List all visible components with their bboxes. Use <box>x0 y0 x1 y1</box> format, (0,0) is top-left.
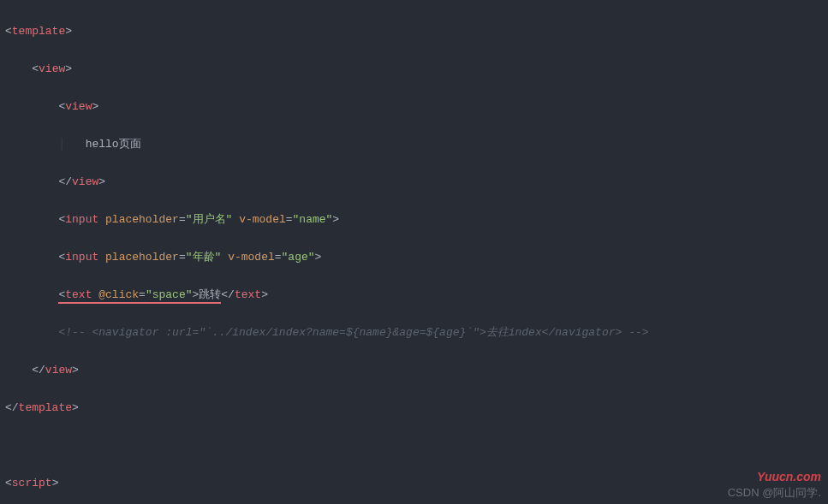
code-line[interactable]: </view> <box>5 173 828 192</box>
code-line[interactable]: </template> <box>5 399 828 418</box>
code-line[interactable]: <input placeholder="年龄" v-model="age"> <box>5 248 828 267</box>
code-line[interactable]: <view> <box>5 98 828 116</box>
watermark-csdn: CSDN @阿山同学. <box>728 485 821 501</box>
code-line[interactable]: │ hello页面 <box>5 135 828 154</box>
code-line[interactable]: <view> <box>5 60 828 79</box>
code-line[interactable]: <!-- <navigator :url="`../index/index?na… <box>5 323 828 342</box>
code-line[interactable]: </view> <box>5 361 828 380</box>
code-line[interactable]: <text @click="space">跳转</text> <box>5 286 828 305</box>
code-line[interactable]: <script> <box>5 474 828 493</box>
code-line[interactable]: <template> <box>5 22 828 41</box>
code-editor[interactable]: <template> <view> <view> │ hello页面 </vie… <box>0 0 828 504</box>
code-line[interactable] <box>5 436 828 455</box>
watermark-yuucn: Yuucn.com <box>757 470 821 483</box>
code-line[interactable]: <input placeholder="用户名" v-model="name"> <box>5 210 828 229</box>
